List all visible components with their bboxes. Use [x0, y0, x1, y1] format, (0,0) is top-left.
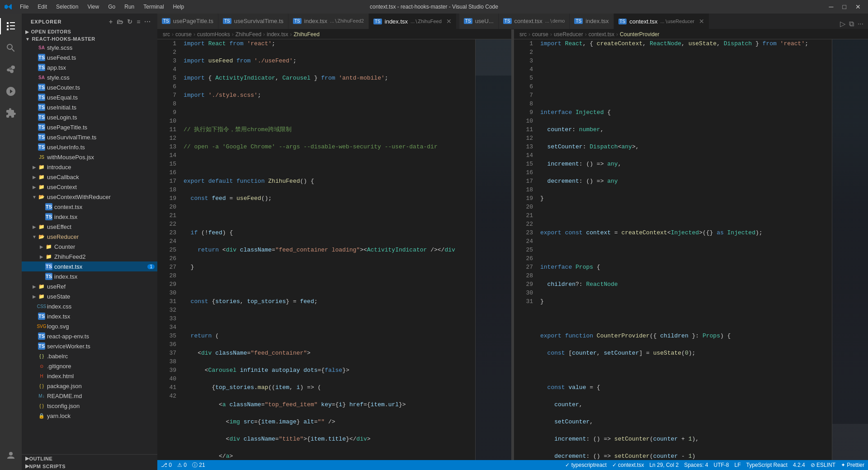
status-encoding[interactable]: UTF-8: [714, 462, 729, 468]
code-line: counter,: [540, 400, 832, 409]
menu-edit[interactable]: Edit: [35, 3, 50, 11]
folder-usecontextwithreducer[interactable]: ▼ 📂 useContextWithReducer: [22, 192, 157, 202]
new-folder-icon[interactable]: 🗁: [116, 17, 124, 26]
file-react-app-env[interactable]: TS react-app-env.ts: [22, 331, 157, 341]
collapse-icon[interactable]: ≡: [136, 17, 142, 26]
status-version[interactable]: 4.2.4: [793, 462, 805, 468]
file-context-tsx-active[interactable]: TS context.tsx 1: [22, 261, 157, 271]
tab-index-tsx[interactable]: TS index.tsx: [570, 14, 613, 29]
file-package-json[interactable]: { } package.json: [22, 381, 157, 391]
tab-usepagetitle[interactable]: TS usePageTitle.ts: [157, 14, 218, 29]
activity-avatar[interactable]: [0, 445, 22, 466]
file-useuserinfo[interactable]: TS useUserInfo.ts: [22, 142, 157, 152]
new-file-icon[interactable]: +: [108, 17, 114, 26]
file-index-html[interactable]: H index.html: [22, 371, 157, 381]
file-index-tsx-root[interactable]: TS index.tsx: [22, 311, 157, 321]
left-code-content[interactable]: import React from 'react'; import useFee…: [180, 39, 475, 460]
status-filename[interactable]: ✓ context.tsx: [612, 462, 644, 468]
open-editors-section[interactable]: ▶ OPEN EDITORS: [22, 28, 157, 35]
file-usecouter[interactable]: TS useCouter.ts: [22, 82, 157, 92]
folder-counter[interactable]: ▶ 📁 Counter: [22, 242, 157, 252]
status-ts-react[interactable]: ✓ typescriptreact: [565, 462, 606, 468]
status-eslint[interactable]: ⊘ ESLINT: [811, 462, 835, 468]
file-style-scss[interactable]: SA style.scss: [22, 43, 157, 52]
close-button[interactable]: ✕: [853, 3, 863, 10]
file-yarn-lock[interactable]: 🔒 yarn.lock: [22, 411, 157, 421]
file-style-css[interactable]: SA style.css: [22, 72, 157, 82]
minimize-button[interactable]: ─: [826, 3, 836, 10]
more-actions-icon[interactable]: ···: [857, 19, 864, 29]
run-icon[interactable]: ▷: [839, 19, 846, 29]
status-language[interactable]: TypeScript React: [746, 462, 788, 468]
folder-usecontext[interactable]: ▶ 📁 useContext: [22, 182, 157, 192]
status-position[interactable]: Ln 29, Col 2: [649, 462, 679, 468]
line-number: 30: [157, 289, 176, 297]
status-line-ending[interactable]: LF: [735, 462, 741, 468]
folder-zhihufeed2[interactable]: ▶ 📁 ZhihuFeed2: [22, 252, 157, 261]
line-number: 3: [514, 57, 533, 65]
menu-selection[interactable]: Selection: [53, 3, 81, 11]
tab-context-demo[interactable]: TS context.tsx ...∖demo: [499, 14, 570, 29]
tab-label: index.tsx: [385, 18, 408, 25]
menu-file[interactable]: File: [17, 3, 31, 11]
file-gitignore[interactable]: ⊙ .gitignore: [22, 361, 157, 371]
menu-view[interactable]: View: [85, 3, 102, 11]
status-warnings[interactable]: ⓘ 21: [192, 461, 205, 469]
activity-debug[interactable]: [0, 81, 22, 102]
code-line: setCounter,: [540, 418, 832, 426]
tab-close-button[interactable]: ✕: [446, 18, 452, 25]
file-index-tsx-2[interactable]: TS index.tsx: [22, 271, 157, 281]
file-usepagetitle[interactable]: TS usePageTitle.ts: [22, 122, 157, 132]
file-withmousepos[interactable]: JS withMousePos.jsx: [22, 152, 157, 162]
activity-extensions[interactable]: [0, 102, 22, 124]
folder-useref[interactable]: ▶ 📁 useRef: [22, 281, 157, 291]
project-section[interactable]: ▼ REACT-HOOKS-MASTER: [22, 35, 157, 43]
folder-introduce[interactable]: ▶ 📁 introduce: [22, 162, 157, 172]
tab-useu[interactable]: TS useU...: [459, 14, 499, 29]
status-errors[interactable]: ⚠ 0: [177, 462, 187, 468]
folder-usestate[interactable]: ▶ 📁 useState: [22, 291, 157, 301]
file-usesurvivaltime[interactable]: TS useSurvivalTime.ts: [22, 132, 157, 142]
file-babelrc[interactable]: { } .babelrc: [22, 351, 157, 361]
status-prettier[interactable]: ✦ Prettier: [841, 462, 864, 468]
split-editor-icon[interactable]: ⧉: [848, 19, 855, 29]
file-readme[interactable]: M↓ README.md: [22, 391, 157, 401]
folder-useeffect[interactable]: ▶ 📁 useEffect: [22, 222, 157, 232]
activity-source-control[interactable]: [0, 59, 22, 81]
line-number: 6: [157, 82, 176, 91]
file-logo-svg[interactable]: SVG logo.svg: [22, 321, 157, 331]
file-app[interactable]: TS app.tsx: [22, 62, 157, 72]
right-code-content[interactable]: import React, { createContext, ReactNode…: [537, 39, 832, 460]
tab-context-reducer[interactable]: TS context.tsx ...∖useReducer ✕: [614, 14, 709, 29]
status-spaces[interactable]: Spaces: 4: [684, 462, 708, 468]
file-index-tsx-1[interactable]: TS index.tsx: [22, 212, 157, 222]
menu-go[interactable]: Go: [105, 3, 118, 11]
file-uselogin[interactable]: TS useLogin.ts: [22, 112, 157, 122]
menu-help[interactable]: Help: [170, 3, 187, 11]
code-line: [184, 211, 475, 220]
npm-scripts-section[interactable]: ▶ NPM SCRIPTS: [22, 462, 157, 470]
file-context-tsx-1[interactable]: TS context.tsx: [22, 202, 157, 212]
tab-index-zhihufeed[interactable]: TS index.tsx ...∖ZhihuFeed ✕: [369, 14, 457, 29]
menu-terminal[interactable]: Terminal: [141, 3, 166, 11]
tab-close-button[interactable]: ✕: [699, 18, 704, 25]
file-serviceworker[interactable]: TS serviceWorker.ts: [22, 341, 157, 351]
folder-usereducer[interactable]: ▼ 📂 useReducer: [22, 232, 157, 242]
folder-usecallback[interactable]: ▶ 📁 useCallback: [22, 172, 157, 182]
more-icon[interactable]: ···: [143, 17, 152, 26]
file-tsconfig[interactable]: { } tsconfig.json: [22, 401, 157, 411]
file-useequal[interactable]: TS useEqual.ts: [22, 92, 157, 102]
outline-section[interactable]: ▶ OUTLINE: [22, 455, 157, 462]
code-line: }: [540, 297, 832, 306]
tab-usesurvivaltime[interactable]: TS useSurvivalTime.ts: [218, 14, 288, 29]
file-usefeed[interactable]: TS useFeed.ts: [22, 52, 157, 62]
tab-index-zhihu2[interactable]: TS index.tsx ...∖ZhihuFeed2: [288, 14, 369, 29]
refresh-icon[interactable]: ↻: [126, 17, 134, 26]
file-useinitial[interactable]: TS useInitial.ts: [22, 102, 157, 112]
maximize-button[interactable]: □: [840, 3, 849, 10]
menu-run[interactable]: Run: [122, 3, 137, 11]
activity-search[interactable]: [0, 37, 22, 59]
activity-explorer[interactable]: [0, 15, 22, 37]
status-git-branch[interactable]: ⎇ 0: [161, 462, 172, 468]
file-index-css[interactable]: CSS index.css: [22, 301, 157, 311]
